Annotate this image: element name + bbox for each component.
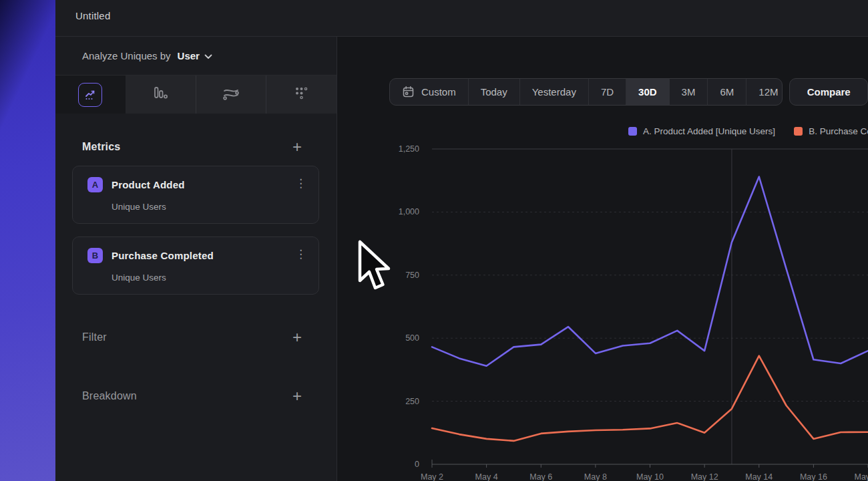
bar-chart-icon — [152, 85, 169, 105]
range-30d[interactable]: 30D — [626, 79, 669, 105]
metric-row: B Purchase Completed — [87, 248, 308, 263]
kebab-menu-icon[interactable]: ⋮ — [295, 248, 306, 261]
range-label: 6M — [720, 86, 734, 98]
tab-bar-chart[interactable] — [126, 75, 196, 114]
svg-text:May 14: May 14 — [745, 472, 773, 481]
svg-text:May 2: May 2 — [421, 472, 443, 481]
range-label: 12M — [758, 86, 778, 98]
add-metric-button[interactable]: + — [292, 139, 302, 155]
range-label: Today — [481, 86, 507, 98]
line-chart-icon — [78, 83, 102, 107]
range-7d[interactable]: 7D — [588, 79, 626, 105]
analyze-row: Analyze Uniques by User — [55, 37, 337, 75]
calendar-icon — [402, 86, 415, 98]
app-window: Untitled Analyze Uniques by User — [0, 0, 868, 481]
svg-text:250: 250 — [405, 397, 419, 406]
date-range-group: Custom Today Yesterday 7D 30D 3M 6M 12M — [389, 78, 783, 106]
legend-swatch-a — [628, 127, 637, 136]
add-breakdown-button[interactable]: + — [292, 388, 302, 404]
range-3m[interactable]: 3M — [669, 79, 708, 105]
legend-label: B. Purchase Completed [Unique Users] — [809, 126, 868, 136]
metrics-section-header: Metrics + — [55, 139, 337, 155]
svg-text:May 12: May 12 — [691, 472, 718, 481]
metric-row: A Product Added — [87, 177, 308, 192]
sidebar: Analyze Uniques by User — [55, 37, 337, 481]
metric-card-b[interactable]: B Purchase Completed ⋮ Unique Users — [72, 236, 319, 295]
range-label: 3M — [682, 86, 696, 98]
range-custom[interactable]: Custom — [390, 79, 468, 105]
date-range-toolbar: Custom Today Yesterday 7D 30D 3M 6M 12M … — [389, 78, 868, 106]
svg-text:May 16: May 16 — [800, 472, 827, 481]
brand-accent-strip — [0, 0, 55, 481]
legend-item-a[interactable]: A. Product Added [Unique Users] — [628, 126, 775, 136]
add-filter-button[interactable]: + — [292, 329, 302, 345]
document-title: Untitled — [75, 10, 110, 21]
metrics-heading: Metrics — [82, 141, 120, 153]
legend-item-b[interactable]: B. Purchase Completed [Unique Users] — [794, 126, 868, 136]
filter-section-header: Filter + — [55, 329, 337, 345]
range-label: 30D — [638, 86, 657, 98]
range-today[interactable]: Today — [468, 79, 519, 105]
svg-text:500: 500 — [405, 333, 419, 343]
filter-heading: Filter — [82, 331, 107, 343]
range-label: 7D — [601, 86, 614, 98]
kebab-menu-icon[interactable]: ⋮ — [295, 177, 306, 190]
range-label: Yesterday — [532, 86, 576, 98]
svg-text:May 4: May 4 — [475, 472, 498, 481]
range-6m[interactable]: 6M — [707, 79, 746, 105]
breakdown-section-header: Breakdown + — [55, 388, 337, 404]
legend-swatch-b — [794, 127, 803, 136]
line-chart: 02505007501,0001,250May 2May 4May 6May 8… — [337, 137, 868, 481]
tab-line-chart[interactable] — [55, 75, 126, 114]
analyze-label: Analyze Uniques by — [82, 50, 171, 61]
chart-legend: A. Product Added [Unique Users] B. Purch… — [628, 126, 868, 136]
grid-icon — [293, 85, 310, 105]
svg-text:0: 0 — [415, 460, 419, 469]
metric-badge-b: B — [87, 248, 103, 263]
chart-type-tabs — [55, 75, 337, 114]
svg-text:May 8: May 8 — [584, 472, 607, 481]
metric-name: Product Added — [112, 179, 185, 190]
range-yesterday[interactable]: Yesterday — [519, 79, 588, 105]
range-label: Custom — [421, 86, 456, 98]
svg-text:May 18: May 18 — [855, 472, 868, 481]
svg-text:1,250: 1,250 — [399, 144, 419, 154]
metric-name: Purchase Completed — [112, 250, 214, 261]
range-12m[interactable]: 12M — [746, 79, 783, 105]
main-pane: Custom Today Yesterday 7D 30D 3M 6M 12M … — [337, 37, 868, 481]
metric-card-a[interactable]: A Product Added ⋮ Unique Users — [72, 166, 319, 224]
svg-text:May 10: May 10 — [636, 472, 664, 481]
analyze-by-dropdown[interactable]: User — [178, 50, 212, 62]
top-header: Untitled — [55, 0, 868, 37]
analyze-by-value: User — [178, 50, 200, 61]
tab-grid[interactable] — [266, 75, 337, 114]
chevron-down-icon — [204, 50, 212, 62]
svg-text:May 6: May 6 — [529, 472, 552, 481]
flow-icon — [222, 86, 240, 104]
breakdown-heading: Breakdown — [82, 390, 137, 402]
tab-flow[interactable] — [196, 75, 266, 114]
metric-badge-a: A — [87, 177, 103, 192]
svg-text:1,000: 1,000 — [399, 207, 419, 216]
svg-text:750: 750 — [405, 271, 419, 280]
legend-label: A. Product Added [Unique Users] — [643, 126, 775, 136]
metric-measure: Unique Users — [112, 273, 308, 283]
metric-measure: Unique Users — [112, 202, 308, 212]
compare-button[interactable]: Compare — [789, 78, 868, 106]
